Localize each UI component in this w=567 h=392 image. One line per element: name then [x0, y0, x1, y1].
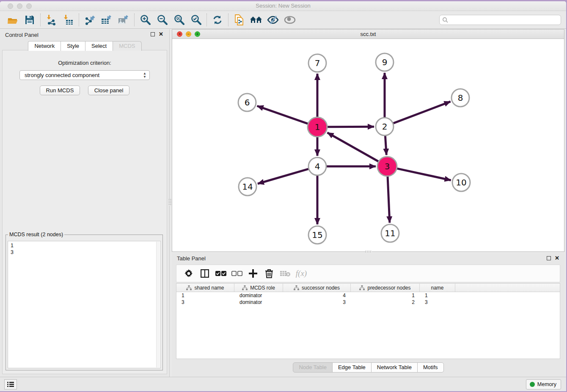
hide-panel-eye-icon[interactable] [264, 13, 281, 27]
tab-style[interactable]: Style [61, 41, 85, 51]
network-canvas[interactable]: 7968124314101511 [172, 39, 564, 251]
graph-node-2[interactable]: 2 [376, 118, 394, 135]
network-graph[interactable]: 7968124314101511 [172, 39, 564, 251]
memory-status-dot [530, 382, 535, 387]
network-window-titlebar[interactable]: × − + scc.txt [172, 30, 564, 39]
optimization-criterion-label: Optimization criterion: [3, 60, 167, 66]
tab-node-table[interactable]: Node Table [293, 362, 333, 373]
select-stepper-icon: ▲▼ [143, 72, 146, 79]
close-table-panel-icon[interactable]: ✕ [555, 255, 559, 261]
close-panel-icon[interactable]: ✕ [159, 31, 163, 37]
select-all-checkboxes-icon[interactable] [213, 267, 229, 280]
deselect-all-checkboxes-icon[interactable] [229, 267, 245, 280]
graph-edge-2-8[interactable] [394, 102, 451, 123]
graph-node-4[interactable]: 4 [308, 157, 326, 175]
tab-mcds[interactable]: MCDS [113, 41, 141, 51]
zoom-fit-icon[interactable] [171, 13, 187, 27]
graph-node-3[interactable]: 3 [377, 157, 397, 176]
column-header-name[interactable]: name [420, 284, 455, 292]
open-folder-icon[interactable] [4, 13, 21, 27]
show-eye-icon[interactable] [281, 13, 298, 27]
column-header-MCDS-role[interactable]: MCDS role [234, 284, 283, 292]
zoom-out-icon[interactable] [154, 13, 171, 27]
gear-icon[interactable] [181, 267, 197, 280]
application-window: Session: New Session [0, 1, 566, 391]
table-cell[interactable]: 1 [420, 292, 455, 299]
graph-edge-3-10[interactable] [397, 168, 451, 180]
tab-network-table[interactable]: Network Table [371, 362, 418, 373]
zoom-in-icon[interactable] [137, 13, 154, 27]
add-column-icon[interactable] [245, 267, 261, 280]
refresh-layout-icon[interactable] [209, 13, 226, 27]
close-panel-button[interactable]: Close panel [88, 86, 130, 95]
save-session-icon[interactable] [21, 13, 38, 27]
graph-edge-3-1[interactable] [328, 133, 379, 161]
column-header-label: predecessor nodes [367, 285, 410, 291]
tab-edge-table[interactable]: Edge Table [332, 362, 372, 373]
table-cell[interactable]: dominator [234, 299, 283, 306]
status-menu-button[interactable] [4, 379, 17, 389]
tab-motifs[interactable]: Motifs [417, 362, 444, 373]
export-network-icon[interactable] [81, 13, 98, 27]
import-table-icon[interactable] [60, 13, 77, 27]
graph-node-6[interactable]: 6 [238, 94, 256, 111]
tree-icon [186, 285, 192, 290]
zoom-selected-icon[interactable] [187, 13, 204, 27]
graph-edge-3-11[interactable] [388, 177, 390, 223]
graph-node-label: 3 [385, 161, 390, 171]
mcds-result-list[interactable]: 13 [8, 241, 161, 368]
graph-node-15[interactable]: 15 [308, 226, 326, 244]
graph-node-11[interactable]: 11 [381, 224, 399, 242]
graph-edge-1-6[interactable] [257, 106, 308, 124]
tab-select[interactable]: Select [85, 41, 113, 51]
function-builder-icon[interactable]: f(x) [293, 267, 309, 280]
delete-column-icon[interactable] [261, 267, 277, 280]
horizontal-splitter-grip[interactable] [365, 251, 372, 253]
export-table-icon[interactable] [98, 13, 115, 27]
table-cell[interactable]: 1 [176, 292, 234, 299]
float-table-panel-icon[interactable] [547, 256, 551, 260]
optimization-criterion-value: strongly connected component [25, 72, 99, 78]
memory-button[interactable]: Memory [526, 379, 561, 389]
delete-table-icon[interactable] [277, 267, 293, 280]
graph-node-9[interactable]: 9 [376, 53, 394, 71]
split-columns-icon[interactable] [197, 267, 213, 280]
run-mcds-button[interactable]: Run MCDS [40, 86, 80, 95]
toolbar-separator [134, 14, 135, 26]
column-header-predecessor-nodes[interactable]: predecessor nodes [351, 284, 420, 292]
graph-edge-2-3[interactable] [385, 136, 386, 155]
table-cell[interactable]: 1 [351, 292, 420, 299]
graph-edge-4-14[interactable] [258, 169, 308, 184]
export-image-icon[interactable] [115, 13, 132, 27]
table-row[interactable]: 1dominator411 [176, 292, 560, 299]
column-header-successor-nodes[interactable]: successor nodes [283, 284, 351, 292]
column-header-label: successor nodes [302, 285, 340, 291]
graph-node-8[interactable]: 8 [451, 89, 469, 107]
graph-edge-1-2[interactable] [328, 127, 374, 127]
search-input[interactable] [448, 17, 558, 23]
column-header-shared-name[interactable]: shared name [176, 284, 234, 292]
table-cell[interactable]: dominator [234, 292, 283, 299]
home-networks-icon[interactable] [248, 13, 264, 27]
table-cell[interactable]: 3 [283, 299, 351, 306]
graph-node-7[interactable]: 7 [308, 54, 326, 72]
table-cell[interactable]: 3 [420, 299, 455, 306]
import-network-icon[interactable] [43, 13, 60, 27]
tab-network[interactable]: Network [28, 41, 61, 51]
column-header-label: name [431, 285, 443, 291]
graph-node-14[interactable]: 14 [239, 178, 256, 196]
scrollbar-track[interactable] [156, 242, 160, 367]
duplicate-network-icon[interactable] [231, 13, 248, 27]
optimization-criterion-select[interactable]: strongly connected component ▲▼ [19, 70, 150, 80]
table-cell[interactable]: 2 [351, 299, 420, 306]
graph-node-1[interactable]: 1 [308, 117, 327, 137]
graph-node-10[interactable]: 10 [452, 174, 470, 191]
table-cell[interactable]: 4 [283, 292, 351, 299]
float-panel-icon[interactable] [151, 32, 155, 36]
table-cell[interactable]: 3 [176, 299, 234, 306]
table-row[interactable]: 3dominator323 [176, 299, 560, 306]
control-panel: Control Panel ✕ NetworkStyleSelectMCDS O… [0, 29, 170, 377]
node-table: shared nameMCDS rolesuccessor nodesprede… [176, 283, 560, 359]
vertical-splitter-grip[interactable] [168, 199, 171, 206]
node-table-header: shared nameMCDS rolesuccessor nodesprede… [176, 284, 560, 292]
